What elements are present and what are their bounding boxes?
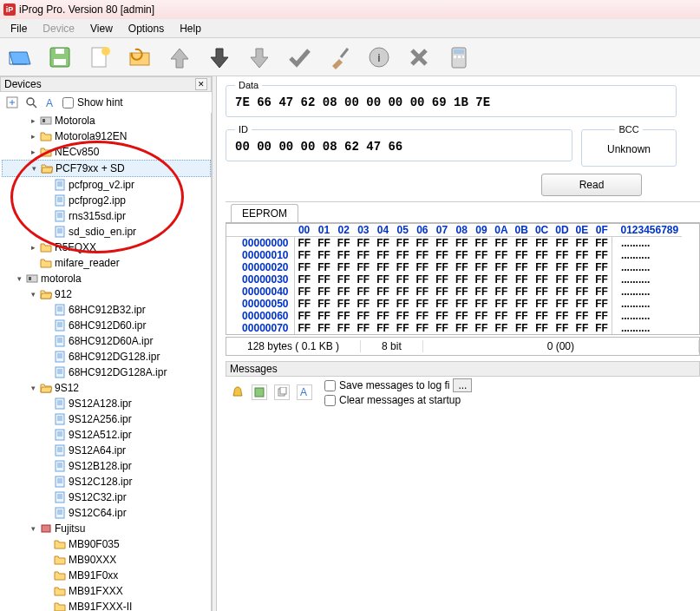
calculator-button[interactable] — [444, 43, 474, 72]
hex-byte[interactable]: FF — [512, 322, 532, 334]
hex-byte[interactable]: FF — [294, 322, 314, 334]
tree-item[interactable]: ▾Fujitsu — [2, 521, 211, 536]
hex-byte[interactable]: FF — [512, 310, 532, 322]
hex-byte[interactable]: FF — [393, 273, 413, 286]
hex-byte[interactable]: FF — [572, 310, 592, 322]
hex-byte[interactable]: FF — [491, 261, 511, 273]
menu-view[interactable]: View — [83, 21, 120, 36]
brush-button[interactable] — [324, 43, 354, 72]
tree-item[interactable]: mifare_reader — [2, 255, 211, 271]
hex-byte[interactable]: FF — [432, 249, 452, 261]
hex-byte[interactable]: FF — [354, 286, 374, 298]
hex-byte[interactable]: FF — [472, 310, 492, 322]
hex-byte[interactable]: FF — [552, 322, 572, 334]
hex-byte[interactable]: FF — [572, 298, 592, 310]
tree-item[interactable]: pcfprog2.ipp — [2, 193, 211, 208]
hex-byte[interactable]: FF — [294, 310, 314, 322]
tree-item[interactable]: 9S12C32.ipr — [2, 489, 211, 505]
hex-byte[interactable]: FF — [373, 273, 393, 286]
hex-byte[interactable]: FF — [472, 249, 492, 261]
hex-byte[interactable]: FF — [592, 322, 612, 334]
hex-byte[interactable]: FF — [334, 249, 354, 261]
hex-byte[interactable]: FF — [373, 310, 393, 322]
tree-item[interactable]: rns315sd.ipr — [2, 208, 211, 224]
hex-byte[interactable]: FF — [552, 261, 572, 273]
hex-byte[interactable]: FF — [491, 237, 511, 250]
hex-byte[interactable]: FF — [314, 249, 334, 261]
hex-byte[interactable]: FF — [452, 261, 472, 273]
tree-item[interactable]: ▸Motorola — [2, 113, 211, 128]
hex-byte[interactable]: FF — [314, 273, 334, 286]
hex-row[interactable]: 00000060FFFFFFFFFFFFFFFFFFFFFFFFFFFFFFFF… — [226, 310, 682, 322]
collapse-icon[interactable]: ▾ — [29, 164, 38, 173]
hex-byte[interactable]: FF — [413, 322, 433, 334]
hex-row[interactable]: 00000050FFFFFFFFFFFFFFFFFFFFFFFFFFFFFFFF… — [226, 298, 682, 310]
hex-byte[interactable]: FF — [592, 310, 612, 322]
check-button[interactable] — [285, 43, 314, 72]
new-button[interactable] — [85, 43, 114, 72]
hex-byte[interactable]: FF — [592, 298, 612, 310]
hex-byte[interactable]: FF — [512, 237, 532, 250]
hex-byte[interactable]: FF — [354, 298, 374, 310]
tree-item[interactable]: sd_sdio_en.ipr — [2, 224, 211, 240]
hex-byte[interactable]: FF — [294, 261, 314, 273]
tree-item[interactable]: ▸NECv850 — [2, 144, 211, 160]
save-log-checkbox[interactable]: Save messages to log fi ... — [324, 378, 472, 392]
hex-byte[interactable]: FF — [373, 261, 393, 273]
tree-item[interactable]: 9S12C128.ipr — [2, 474, 211, 489]
hex-byte[interactable]: FF — [491, 273, 511, 286]
hex-byte[interactable]: FF — [334, 237, 354, 250]
hex-byte[interactable]: FF — [452, 237, 472, 250]
read-button[interactable]: Read — [541, 174, 642, 196]
hex-byte[interactable]: FF — [532, 298, 552, 310]
arrow-down-button[interactable] — [245, 43, 274, 72]
show-hint-input[interactable] — [62, 97, 74, 108]
menu-help[interactable]: Help — [173, 21, 208, 36]
hex-byte[interactable]: FF — [452, 273, 472, 286]
hex-byte[interactable]: FF — [314, 286, 334, 298]
hex-byte[interactable]: FF — [472, 237, 492, 250]
menu-device[interactable]: Device — [36, 21, 82, 36]
hex-byte[interactable]: FF — [491, 298, 511, 310]
hex-byte[interactable]: FF — [572, 249, 592, 261]
hex-byte[interactable]: FF — [491, 249, 511, 261]
tree-item[interactable]: 68HC912DG128A.ipr — [2, 365, 211, 380]
tree-item[interactable]: ▸Motorola912EN — [2, 128, 211, 144]
search-icon[interactable] — [24, 95, 38, 109]
tree-item[interactable]: MB91FXXX — [2, 583, 211, 599]
hex-byte[interactable]: FF — [334, 298, 354, 310]
refresh-button[interactable] — [125, 43, 154, 72]
hex-byte[interactable]: FF — [552, 273, 572, 286]
hex-byte[interactable]: FF — [592, 249, 612, 261]
collapse-icon[interactable]: ▾ — [29, 524, 37, 533]
hex-byte[interactable]: FF — [413, 249, 433, 261]
tree-item[interactable]: 9S12B128.ipr — [2, 458, 211, 474]
hex-byte[interactable]: FF — [393, 286, 413, 298]
hex-byte[interactable]: FF — [413, 286, 433, 298]
hex-table[interactable]: 000102030405060708090A0B0C0D0E0F01234567… — [226, 224, 682, 334]
hex-row[interactable]: 00000010FFFFFFFFFFFFFFFFFFFFFFFFFFFFFFFF… — [226, 249, 682, 261]
save-log-input[interactable] — [324, 380, 336, 391]
hex-byte[interactable]: FF — [354, 237, 374, 250]
hex-byte[interactable]: FF — [512, 273, 532, 286]
hex-byte[interactable]: FF — [294, 249, 314, 261]
hex-byte[interactable]: FF — [314, 310, 334, 322]
tree-item[interactable]: 9S12A64.ipr — [2, 443, 211, 458]
tree-item[interactable]: ▸R5FQXX — [2, 240, 211, 255]
hex-byte[interactable]: FF — [432, 310, 452, 322]
menu-file[interactable]: File — [3, 21, 34, 36]
hex-byte[interactable]: FF — [572, 286, 592, 298]
hex-byte[interactable]: FF — [354, 249, 374, 261]
tree-item[interactable]: MB90F035 — [2, 536, 211, 552]
tree-item[interactable]: 9S12A256.ipr — [2, 411, 211, 427]
browse-log-button[interactable]: ... — [453, 378, 472, 392]
hex-byte[interactable]: FF — [334, 322, 354, 334]
hex-byte[interactable]: FF — [413, 310, 433, 322]
hex-byte[interactable]: FF — [432, 261, 452, 273]
hex-byte[interactable]: FF — [572, 273, 592, 286]
expand-icon[interactable]: ▸ — [29, 116, 37, 125]
hex-byte[interactable]: FF — [373, 298, 393, 310]
tree-item[interactable]: 68HC912DG128.ipr — [2, 349, 211, 365]
tree-item[interactable]: 9S12A512.ipr — [2, 427, 211, 443]
tree-item[interactable]: pcfprog_v2.ipr — [2, 177, 211, 193]
